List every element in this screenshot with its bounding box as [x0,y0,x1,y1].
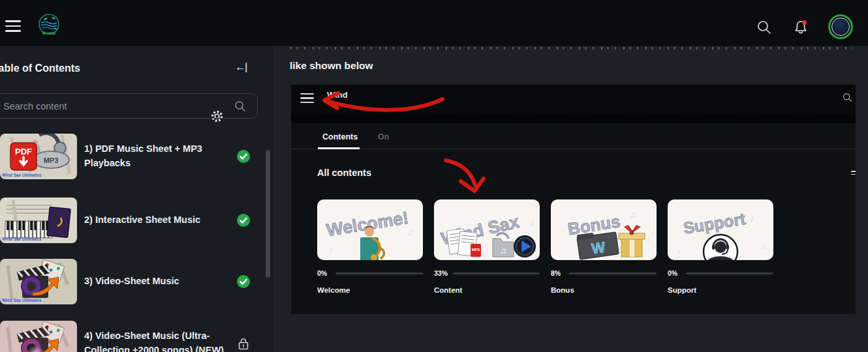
menu-icon[interactable] [5,20,21,32]
screenshot-navbar: Wind [291,85,856,114]
sidebar-scrollbar[interactable] [266,150,270,278]
screenshot-filter-icon [851,171,856,177]
progress-track [686,272,773,274]
notification-dot [802,20,807,25]
screenshot-banner-strip [291,114,856,123]
toc-item-thumbnail: Wind Sax Ultimates [0,198,77,243]
svg-text:♪: ♪ [329,244,333,254]
app-logo[interactable]: WindSax [37,12,61,37]
screenshot-menu-icon [300,93,314,103]
screenshot-card-support: ♪♫♪ Support [668,199,773,260]
toc-item-label: 4) Video-Sheet Music (Ultra-Collection +… [84,329,233,352]
table-of-contents-panel: Table of Contents ←| MP3 [0,47,274,352]
svg-text:Wind Sax Ultimates: Wind Sax Ultimates [2,298,42,302]
toc-item-thumbnail: Wind Sax Ultimates [0,321,77,352]
page: WindSax Table of Contents ←| [0,0,868,352]
collapse-panel-icon[interactable]: ←| [235,61,246,74]
toc-item-thumbnail: MP3 PDF Wind Sax Ultimates [0,134,77,179]
toc-item-label: 3) Video-Sheet Music [84,274,233,289]
svg-text:♫: ♫ [500,246,506,256]
progress-percent: 33% [434,269,448,277]
screenshot-tab-bar: Contents On [291,123,856,149]
screenshot-card-bonus: ♫♪ Bonus W [551,199,657,260]
card-label-support: Support [668,286,696,294]
progress-percent: 8% [551,269,564,277]
svg-text:♪: ♪ [750,213,754,224]
instruction-text: like shown below [290,60,373,72]
card-label-bonus: Bonus [551,286,574,294]
svg-text:♫: ♫ [629,209,636,220]
progress-track [453,272,540,274]
svg-text:♫: ♫ [407,228,413,237]
svg-text:Wind Sax Ultimates: Wind Sax Ultimates [2,173,42,177]
card-label-welcome: Welcome [317,286,350,294]
progress-bonus: 8% [551,269,657,277]
screenshot-card-content: ♫♪ Wind Sax MP3 ♫ [434,199,540,260]
svg-text:♪: ♪ [677,247,681,256]
toc-item-label: 1) PDF Music Sheet + MP3 Playbacks [84,142,233,171]
panel-title: Table of Contents [0,63,80,74]
toc-item-label: 2) Interactive Sheet Music [84,213,233,227]
svg-text:PDF: PDF [15,147,32,156]
progress-content: 33% [434,269,540,277]
screenshot-search-icon [843,93,852,102]
screenshot-tab-contents: Contents [322,132,358,141]
progress-track [335,272,423,274]
svg-text:♪: ♪ [531,218,535,227]
toc-item-pdf-music-sheet[interactable]: MP3 PDF Wind Sax Ultimates 1) PDF Music … [0,134,258,179]
svg-text:MP3: MP3 [44,156,59,164]
lesson-content-area: like shown below Wind Contents On All co… [274,47,868,352]
progress-track [569,272,657,274]
screenshot-tab-on: On [378,132,389,141]
completed-check-icon [237,275,250,288]
screenshot-card-welcome: ♪♫♪ Welcome! [317,199,423,260]
progress-welcome: 0% [317,269,423,277]
clipped-text-line [290,47,852,50]
screenshot-title: Wind [327,90,348,100]
svg-text:Wind Sax Ultimates: Wind Sax Ultimates [2,237,42,241]
completed-check-icon [237,150,250,163]
top-navbar: WindSax [0,0,868,47]
svg-text:Support: Support [682,209,747,237]
user-avatar[interactable] [828,14,853,39]
search-icon[interactable] [756,19,773,36]
svg-text:W: W [591,239,606,257]
notifications-bell-icon[interactable] [792,19,809,36]
progress-percent: 0% [668,269,681,277]
progress-support: 0% [668,269,773,277]
avatar-image [831,18,850,36]
card-label-content: Content [434,286,462,294]
toc-item-thumbnail: Wind Sax Ultimates [0,259,77,304]
progress-percent: 0% [317,269,330,277]
locked-lock-icon [237,337,250,350]
search-field-icon[interactable] [234,100,246,112]
svg-text:♪: ♪ [646,235,650,244]
svg-text:MP3: MP3 [472,248,480,252]
svg-text:♫: ♫ [760,242,766,251]
toc-item-interactive-sheet[interactable]: Wind Sax Ultimates 2) Interactive Sheet … [0,198,258,243]
embedded-screenshot: Wind Contents On All contents ♪♫♪ Welcom… [291,85,856,314]
toc-item-video-sheet[interactable]: Wind Sax Ultimates 3) Video-Sheet Music [0,259,258,304]
search-input[interactable] [0,93,258,119]
completed-check-icon [237,214,250,227]
toc-item-video-sheet-ultra[interactable]: Wind Sax Ultimates 4) Video-Sheet Music … [0,321,258,352]
svg-text:WindSax: WindSax [42,31,55,35]
screenshot-section-heading: All contents [317,168,371,178]
